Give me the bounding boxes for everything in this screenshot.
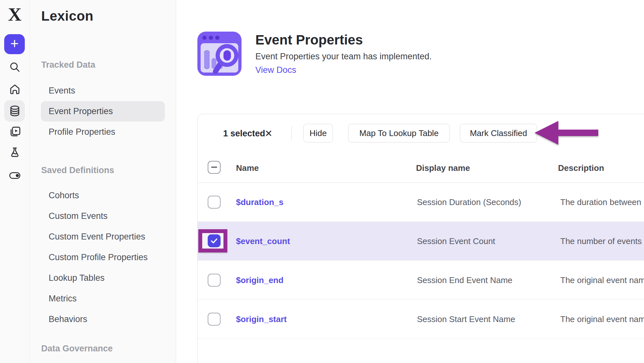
- sidebar-item-event-properties[interactable]: Event Properties: [49, 106, 113, 117]
- table-row-event-count[interactable]: $event_count Session Event Count The num…: [198, 222, 644, 260]
- mixpanel-logo-icon[interactable]: X: [6, 5, 24, 23]
- home-icon[interactable]: [8, 83, 21, 96]
- column-header-display-name[interactable]: Display name: [416, 163, 470, 173]
- data-management-icon[interactable]: [8, 104, 21, 117]
- annotation-highlight-box: [198, 229, 227, 252]
- boards-icon[interactable]: [8, 125, 21, 138]
- selected-count: 1 selected: [223, 129, 265, 139]
- table-row-duration-s[interactable]: $duration_s Session Duration (Seconds) T…: [198, 183, 644, 221]
- toolbar-divider: [291, 126, 292, 141]
- row-checkbox[interactable]: [208, 274, 221, 287]
- row-checkbox[interactable]: [208, 313, 221, 326]
- table-row-origin-end[interactable]: $origin_end Session End Event Name The o…: [198, 261, 644, 299]
- row-checkbox-checked[interactable]: [208, 234, 221, 247]
- section-header-data-governance: Data Governance: [41, 344, 113, 354]
- view-docs-link[interactable]: View Docs: [255, 65, 296, 75]
- display-name-cell: Session Start Event Name: [417, 314, 515, 324]
- property-name-link[interactable]: $event_count: [236, 236, 290, 246]
- display-name-cell: Session Duration (Seconds): [417, 197, 521, 207]
- map-to-lookup-table-button[interactable]: Map To Lookup Table: [348, 124, 450, 142]
- column-header-description[interactable]: Description: [558, 163, 604, 173]
- sidebar-item-cohorts[interactable]: Cohorts: [49, 190, 79, 201]
- mark-classified-button[interactable]: Mark Classified: [460, 124, 537, 142]
- section-header-tracked-data: Tracked Data: [41, 60, 95, 70]
- property-name-link[interactable]: $duration_s: [236, 197, 283, 207]
- description-cell: The original event name: [560, 275, 644, 285]
- sidebar-item-custom-profile-properties[interactable]: Custom Profile Properties: [49, 252, 148, 263]
- property-name-link[interactable]: $origin_end: [236, 275, 283, 285]
- description-cell: The original event name: [560, 314, 644, 324]
- sidebar-item-custom-events[interactable]: Custom Events: [49, 211, 108, 221]
- sidebar-item-events[interactable]: Events: [49, 85, 75, 96]
- sidebar-title: Lexicon: [41, 8, 93, 24]
- select-all-checkbox[interactable]: [208, 161, 221, 174]
- search-icon[interactable]: [8, 61, 21, 74]
- sidebar-item-profile-properties[interactable]: Profile Properties: [49, 126, 115, 137]
- feature-flags-toggle-icon[interactable]: [8, 169, 21, 182]
- sidebar-item-metrics[interactable]: Metrics: [49, 293, 77, 304]
- sidebar-item-custom-event-properties[interactable]: Custom Event Properties: [49, 231, 145, 242]
- experiments-flask-icon[interactable]: [8, 146, 21, 159]
- checkmark-icon: [210, 237, 218, 245]
- display-name-cell: Session End Event Name: [417, 275, 512, 285]
- row-checkbox[interactable]: [208, 196, 221, 209]
- section-header-saved-definitions: Saved Definitions: [41, 165, 114, 175]
- event-properties-illustration-icon: [197, 31, 242, 76]
- property-name-link[interactable]: $origin_start: [236, 314, 287, 324]
- create-button[interactable]: +: [4, 34, 25, 54]
- annotation-arrow-icon: [531, 119, 601, 149]
- page-title: Event Properties: [255, 32, 363, 48]
- page-subtitle: Event Properties your team has implement…: [255, 52, 432, 62]
- hide-button[interactable]: Hide: [303, 124, 333, 142]
- table-row-origin-start[interactable]: $origin_start Session Start Event Name T…: [198, 300, 644, 338]
- column-header-name[interactable]: Name: [236, 163, 259, 173]
- app-icon-rail: X +: [0, 0, 30, 363]
- clear-selection-close-icon[interactable]: ✕: [265, 128, 272, 139]
- lexicon-screen: X +: [0, 0, 644, 363]
- description-cell: The duration between: [560, 197, 641, 207]
- description-cell: The number of events: [560, 236, 642, 246]
- display-name-cell: Session Event Count: [417, 236, 495, 246]
- sidebar-item-behaviors[interactable]: Behaviors: [49, 314, 87, 325]
- sidebar-item-lookup-tables[interactable]: Lookup Tables: [49, 272, 105, 283]
- lexicon-sidebar: Lexicon Tracked Data Events Event Proper…: [30, 0, 176, 363]
